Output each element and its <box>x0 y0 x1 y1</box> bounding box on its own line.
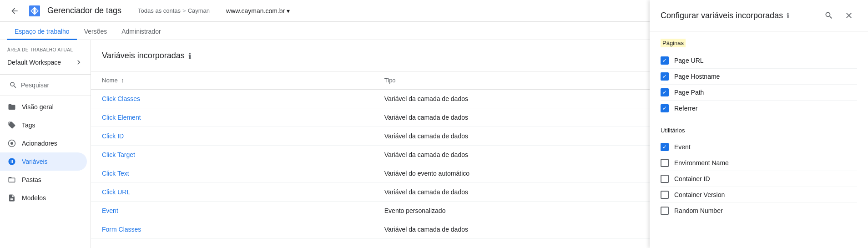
search-box[interactable]: Pesquisar <box>5 78 85 92</box>
sidebar-item-triggers-label: Acionadores <box>22 140 57 147</box>
checkbox-item: ✓Page URL <box>661 53 857 69</box>
workspace-item[interactable]: Default Workspace <box>0 54 91 71</box>
checkbox-label: Container Version <box>674 191 725 198</box>
checkbox-environment-name[interactable] <box>661 159 669 167</box>
panel-title: Configurar variáveis incorporadas ℹ <box>661 11 789 20</box>
table-cell-name[interactable]: Click URL <box>91 183 373 202</box>
table-cell-name[interactable]: Click ID <box>91 127 373 146</box>
account-chevron: ▾ <box>287 7 290 15</box>
variable-icon <box>7 157 16 166</box>
checkbox-item: ✓Page Path <box>661 85 857 101</box>
sidebar-item-variables-label: Variáveis <box>22 158 48 165</box>
table-cell-name[interactable]: Form Classes <box>91 220 373 239</box>
sidebar-item-folders[interactable]: Pastas <box>0 171 87 189</box>
checkbox-item: ✓Page Hostname <box>661 69 857 85</box>
checkbox-label: Page URL <box>674 57 704 64</box>
configure-panel: Configurar variáveis incorporadas ℹ Pági… <box>650 0 868 248</box>
search-icon <box>9 81 17 89</box>
checkbox-container-version[interactable] <box>661 191 669 199</box>
sort-arrow: ↑ <box>121 77 124 84</box>
sidebar-item-overview-label: Visão geral <box>22 103 54 111</box>
workspace-name: Default Workspace <box>7 59 61 66</box>
back-button[interactable] <box>7 4 22 18</box>
checkbox-label: Container ID <box>674 175 710 182</box>
table-cell-name[interactable]: Click Classes <box>91 90 373 108</box>
top-bar-left: Gerenciador de tags Todas as contas > Ca… <box>7 4 290 18</box>
sidebar-item-overview[interactable]: Visão geral <box>0 98 87 116</box>
checkbox-item: Container Version <box>661 187 857 203</box>
panel-header: Configurar variáveis incorporadas ℹ <box>650 0 868 31</box>
folder-icon <box>7 102 16 111</box>
checkbox-event[interactable]: ✓ <box>661 143 669 151</box>
template-icon <box>7 193 16 202</box>
checkbox-item: Container ID <box>661 171 857 187</box>
sidebar-item-templates[interactable]: Modelos <box>0 189 87 207</box>
checkbox-item: ✓Referrer <box>661 101 857 116</box>
sidebar-item-tags-label: Tags <box>22 121 35 129</box>
sidebar-item-variables[interactable]: Variáveis <box>0 152 87 171</box>
sidebar-item-folders-label: Pastas <box>22 176 41 183</box>
table-cell-name[interactable]: Click Target <box>91 146 373 164</box>
sidebar: ÁREA DE TRABALHO ATUAL Default Workspace… <box>0 40 91 248</box>
panel-section-header: Páginas <box>661 39 686 47</box>
panel-close-button[interactable] <box>841 7 857 24</box>
panel-search-button[interactable] <box>821 7 837 24</box>
checkbox-item: Random Number <box>661 203 857 218</box>
gtm-logo <box>27 4 42 18</box>
checkbox-label: Page Hostname <box>674 73 720 80</box>
chevron-right-icon <box>74 58 83 67</box>
checkbox-item: ✓Event <box>661 139 857 155</box>
checkbox-container-id[interactable] <box>661 175 669 183</box>
table-cell-name[interactable]: Click Text <box>91 164 373 183</box>
page-area: Gerenciador de tags Todas as contas > Ca… <box>0 0 868 248</box>
tab-workspace[interactable]: Espaço de trabalho <box>7 24 77 40</box>
app-title: Gerenciador de tags <box>47 6 121 15</box>
info-icon[interactable]: ℹ <box>188 51 197 60</box>
checkbox-list: ✓EventEnvironment NameContainer IDContai… <box>661 139 857 218</box>
svg-rect-3 <box>34 8 36 14</box>
checkbox-label: Event <box>674 143 691 151</box>
breadcrumb-all: Todas as contas <box>138 7 181 14</box>
search-text: Pesquisar <box>21 81 49 89</box>
app-container: Gerenciador de tags Todas as contas > Ca… <box>0 0 868 248</box>
search-section: Pesquisar <box>0 75 91 96</box>
col-name[interactable]: Nome ↑ <box>91 71 373 90</box>
content-title-text: Variáveis incorporadas <box>102 51 185 61</box>
panel-section-header: Utilitários <box>661 127 857 134</box>
tab-admin[interactable]: Administrador <box>114 24 168 40</box>
panel-section: Páginas✓Page URL✓Page Hostname✓Page Path… <box>661 39 857 116</box>
table-cell-name[interactable]: Event <box>91 202 373 220</box>
account-selector[interactable]: www.cayman.com.br ▾ <box>226 7 290 15</box>
sidebar-item-templates-label: Modelos <box>22 194 46 202</box>
table-cell-name[interactable]: Click Element <box>91 108 373 127</box>
breadcrumb-sep: > <box>182 7 186 14</box>
checkbox-random-number[interactable] <box>661 207 669 215</box>
content-title: Variáveis incorporadas ℹ <box>102 51 197 61</box>
checkbox-page-hostname[interactable]: ✓ <box>661 72 669 81</box>
checkbox-page-path[interactable]: ✓ <box>661 88 669 96</box>
checkbox-label: Random Number <box>674 207 723 214</box>
checkbox-label: Referrer <box>674 105 697 112</box>
trigger-icon <box>7 139 16 148</box>
workspace-section: ÁREA DE TRABALHO ATUAL Default Workspace <box>0 40 91 75</box>
account-url: www.cayman.com.br <box>226 7 285 15</box>
checkbox-page-url[interactable]: ✓ <box>661 56 669 65</box>
svg-point-5 <box>10 142 13 145</box>
sidebar-item-triggers[interactable]: Acionadores <box>0 134 87 152</box>
workspace-label: ÁREA DE TRABALHO ATUAL <box>0 44 91 54</box>
panel-header-actions <box>821 7 857 24</box>
checkbox-label: Page Path <box>674 89 704 96</box>
breadcrumb-account: Cayman <box>188 7 210 14</box>
checkbox-item: Environment Name <box>661 155 857 171</box>
sidebar-item-tags[interactable]: Tags <box>0 116 87 134</box>
breadcrumb: Todas as contas > Cayman <box>138 7 210 14</box>
checkbox-list: ✓Page URL✓Page Hostname✓Page Path✓Referr… <box>661 53 857 116</box>
panel-content: Páginas✓Page URL✓Page Hostname✓Page Path… <box>650 31 868 248</box>
folder2-icon <box>7 175 16 184</box>
panel-section: Utilitários✓EventEnvironment NameContain… <box>661 127 857 218</box>
panel-info-icon[interactable]: ℹ <box>787 11 789 20</box>
tab-versions[interactable]: Versões <box>77 24 115 40</box>
checkbox-label: Environment Name <box>674 159 729 167</box>
panel-title-text: Configurar variáveis incorporadas <box>661 11 783 20</box>
checkbox-referrer[interactable]: ✓ <box>661 104 669 112</box>
